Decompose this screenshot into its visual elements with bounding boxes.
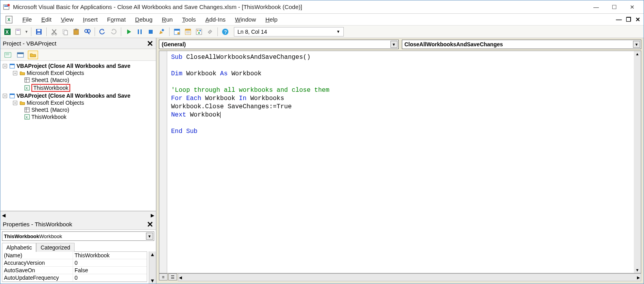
tree-folder-label[interactable]: Microsoft Excel Objects [27,70,84,76]
collapse-icon[interactable]: − [13,71,17,75]
menu-edit[interactable]: Edit [36,15,56,24]
properties-title: Properties - ThisWorkbook [3,221,72,228]
menu-file[interactable]: File [18,15,36,24]
procedure-view-button[interactable]: ≡ [159,273,168,280]
window-title: Microsoft Visual Basic for Applications … [13,4,587,10]
project-explorer-toolbar [0,49,156,61]
view-excel-icon[interactable]: X [3,27,12,36]
window-maximize-button[interactable]: ☐ [605,1,623,13]
cut-icon[interactable] [49,27,59,36]
tree-item-thisworkbook-selected[interactable]: ThisWorkbook [31,84,70,92]
mdi-close-button[interactable]: ✕ [634,16,641,23]
scroll-right-icon[interactable]: ▶ [151,213,154,218]
undo-icon[interactable] [98,27,107,36]
properties-grid[interactable]: (Name)ThisWorkbook AccuracyVersion0 Auto… [2,251,147,282]
code-hscrollbar[interactable]: ◀ ▶ [178,273,641,281]
procedure-combo[interactable]: CloseAllWorkbooksAndSaveChanges ▼ [402,40,642,49]
svg-rect-46 [17,53,24,54]
menu-insert[interactable]: Insert [78,15,102,24]
toggle-folders-icon[interactable] [28,51,38,59]
scroll-up-icon[interactable]: ▲ [635,51,640,57]
properties-close-button[interactable]: ✕ [147,220,153,229]
svg-rect-55 [10,94,15,95]
code-text[interactable]: Sub CloseAllWorkbooksAndSaveChanges() Di… [167,51,634,273]
tree-folder-label[interactable]: Microsoft Excel Objects [27,100,84,106]
scroll-up-icon[interactable]: ▲ [150,251,155,257]
svg-rect-49 [25,78,29,82]
scroll-down-icon[interactable]: ▼ [150,278,155,284]
break-icon[interactable] [135,27,144,36]
properties-object-name: ThisWorkbook [4,233,39,239]
tree-project-label[interactable]: VBAProject (Close All Workbooks and Save [16,93,130,99]
reset-icon[interactable] [146,27,155,36]
redo-icon[interactable] [109,27,118,36]
vba-app-icon [3,3,11,11]
menu-format[interactable]: Format [102,15,131,24]
mdi-minimize-button[interactable]: — [615,16,622,23]
help-icon[interactable]: ? [221,27,230,36]
full-module-view-button[interactable]: ☰ [168,273,177,280]
copy-icon[interactable] [60,27,70,36]
project-explorer-close-button[interactable]: ✕ [147,39,153,48]
code-vscrollbar[interactable]: ▲ ▼ [634,51,641,273]
svg-marker-23 [127,29,131,34]
paste-icon[interactable] [71,27,81,36]
find-icon[interactable] [82,27,92,36]
tab-alphabetic[interactable]: Alphabetic [2,243,36,252]
dropdown-arrow-icon[interactable]: ▼ [25,30,28,34]
properties-window-icon[interactable] [183,27,193,36]
tree-item-thisworkbook[interactable]: ThisWorkbook [31,114,66,120]
tab-categorized[interactable]: Categorized [36,243,75,252]
project-tree[interactable]: −VBAProject (Close All Workbooks and Sav… [0,61,156,211]
menu-run[interactable]: Run [157,15,178,24]
save-icon[interactable] [34,27,44,36]
svg-text:X: X [5,29,9,35]
dropdown-arrow-icon[interactable]: ▼ [390,41,398,48]
tree-item-sheet1[interactable]: Sheet1 (Macro) [31,77,69,83]
window-titlebar: Microsoft Visual Basic for Applications … [0,0,644,14]
project-explorer-icon[interactable] [172,27,182,36]
code-editor[interactable]: Sub CloseAllWorkbooksAndSaveChanges() Di… [159,51,641,273]
run-icon[interactable] [124,27,133,36]
window-close-button[interactable]: ✕ [623,1,641,13]
vbaproject-icon [9,63,15,69]
dropdown-arrow-icon[interactable]: ▼ [336,29,340,34]
tree-item-sheet1[interactable]: Sheet1 (Macro) [31,107,69,113]
view-code-icon[interactable] [3,51,13,59]
menu-view[interactable]: View [56,15,78,24]
object-browser-icon[interactable] [194,27,204,36]
svg-rect-15 [64,31,68,35]
menu-help[interactable]: Help [261,15,282,24]
dropdown-arrow-icon[interactable]: ▼ [146,233,153,240]
collapse-icon[interactable]: − [3,94,7,98]
worksheet-icon [24,107,30,113]
svg-rect-28 [161,29,164,31]
property-row: AccuracyVersion0 [2,259,147,267]
dropdown-arrow-icon[interactable]: ▼ [633,41,640,48]
scroll-left-icon[interactable]: ◀ [178,275,183,280]
window-minimize-button[interactable]: — [587,1,605,13]
scroll-left-icon[interactable]: ◀ [2,213,5,218]
scroll-down-icon[interactable]: ▼ [635,267,640,273]
menu-tools[interactable]: Tools [177,15,201,24]
project-tree-hscrollbar[interactable]: ◀ ▶ [0,211,156,219]
design-mode-icon[interactable] [157,27,166,36]
object-combo[interactable]: (General) ▼ [159,40,399,49]
properties-object-combo[interactable]: ThisWorkbook Workbook ▼ [2,231,154,241]
view-object-icon[interactable] [15,51,26,59]
svg-text:?: ? [224,29,227,35]
svg-rect-17 [75,29,77,30]
menu-addins[interactable]: Add-Ins [201,15,230,24]
tree-project-label[interactable]: VBAProject (Close All Workbooks and Save [16,63,130,69]
mdi-restore-button[interactable]: ❐ [625,16,632,23]
menu-debug[interactable]: Debug [130,15,157,24]
collapse-icon[interactable]: − [3,64,7,68]
menu-window[interactable]: Window [230,15,261,24]
svg-point-31 [177,32,180,35]
scroll-right-icon[interactable]: ▶ [636,275,641,280]
insert-module-icon[interactable] [14,27,23,36]
toolbox-icon[interactable] [205,27,215,36]
collapse-icon[interactable]: − [13,101,17,105]
properties-vscrollbar[interactable]: ▲ ▼ [149,251,156,284]
cursor-position-box: Ln 8, Col 14 ▼ [234,27,344,36]
